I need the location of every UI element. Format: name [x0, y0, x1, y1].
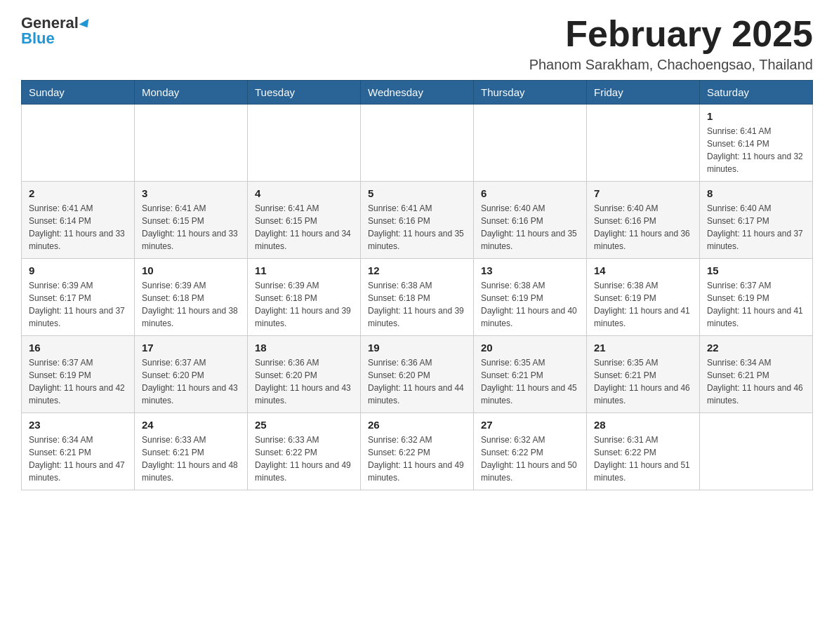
day-number: 18	[255, 342, 353, 354]
day-info: Sunrise: 6:38 AMSunset: 6:19 PMDaylight:…	[481, 279, 579, 330]
day-info: Sunrise: 6:41 AMSunset: 6:14 PMDaylight:…	[29, 202, 127, 253]
day-number: 8	[707, 187, 805, 199]
day-number: 11	[255, 264, 353, 276]
calendar-cell	[248, 105, 361, 182]
day-number: 20	[481, 342, 579, 354]
calendar-cell: 13Sunrise: 6:38 AMSunset: 6:19 PMDayligh…	[474, 259, 587, 336]
day-number: 1	[707, 110, 805, 122]
calendar-header-row: SundayMondayTuesdayWednesdayThursdayFrid…	[22, 81, 813, 105]
calendar-cell: 12Sunrise: 6:38 AMSunset: 6:18 PMDayligh…	[361, 259, 474, 336]
day-number: 15	[707, 264, 805, 276]
day-number: 19	[368, 342, 466, 354]
day-number: 7	[594, 187, 692, 199]
calendar-cell: 10Sunrise: 6:39 AMSunset: 6:18 PMDayligh…	[135, 259, 248, 336]
day-info: Sunrise: 6:32 AMSunset: 6:22 PMDaylight:…	[481, 434, 579, 484]
day-info: Sunrise: 6:33 AMSunset: 6:22 PMDaylight:…	[255, 434, 353, 484]
calendar-cell: 6Sunrise: 6:40 AMSunset: 6:16 PMDaylight…	[474, 182, 587, 259]
calendar-cell: 18Sunrise: 6:36 AMSunset: 6:20 PMDayligh…	[248, 336, 361, 413]
calendar-cell: 3Sunrise: 6:41 AMSunset: 6:15 PMDaylight…	[135, 182, 248, 259]
calendar-cell: 5Sunrise: 6:41 AMSunset: 6:16 PMDaylight…	[361, 182, 474, 259]
day-number: 4	[255, 187, 353, 199]
day-number: 17	[142, 342, 240, 354]
calendar-cell: 4Sunrise: 6:41 AMSunset: 6:15 PMDaylight…	[248, 182, 361, 259]
day-number: 12	[368, 264, 466, 276]
day-info: Sunrise: 6:37 AMSunset: 6:20 PMDaylight:…	[142, 356, 240, 407]
calendar-cell: 21Sunrise: 6:35 AMSunset: 6:21 PMDayligh…	[587, 336, 700, 413]
day-info: Sunrise: 6:40 AMSunset: 6:17 PMDaylight:…	[707, 202, 805, 253]
calendar-cell	[587, 105, 700, 182]
calendar-cell: 26Sunrise: 6:32 AMSunset: 6:22 PMDayligh…	[361, 413, 474, 490]
calendar-cell: 15Sunrise: 6:37 AMSunset: 6:19 PMDayligh…	[700, 259, 813, 336]
day-info: Sunrise: 6:37 AMSunset: 6:19 PMDaylight:…	[707, 279, 805, 330]
title-area: February 2025 Phanom Sarakham, Chachoeng…	[529, 14, 813, 73]
logo-area: General Blue	[21, 14, 91, 48]
week-row-2: 2Sunrise: 6:41 AMSunset: 6:14 PMDaylight…	[22, 182, 813, 259]
day-number: 24	[142, 419, 240, 431]
calendar-cell: 17Sunrise: 6:37 AMSunset: 6:20 PMDayligh…	[135, 336, 248, 413]
calendar-cell: 1Sunrise: 6:41 AMSunset: 6:14 PMDaylight…	[700, 105, 813, 182]
day-number: 14	[594, 264, 692, 276]
day-info: Sunrise: 6:40 AMSunset: 6:16 PMDaylight:…	[481, 202, 579, 253]
day-info: Sunrise: 6:41 AMSunset: 6:16 PMDaylight:…	[368, 202, 466, 253]
day-info: Sunrise: 6:38 AMSunset: 6:19 PMDaylight:…	[594, 279, 692, 330]
header-wednesday: Wednesday	[361, 81, 474, 105]
calendar-cell: 8Sunrise: 6:40 AMSunset: 6:17 PMDaylight…	[700, 182, 813, 259]
day-number: 16	[29, 342, 127, 354]
calendar-cell: 2Sunrise: 6:41 AMSunset: 6:14 PMDaylight…	[22, 182, 135, 259]
day-info: Sunrise: 6:39 AMSunset: 6:17 PMDaylight:…	[29, 279, 127, 330]
day-info: Sunrise: 6:31 AMSunset: 6:22 PMDaylight:…	[594, 434, 692, 484]
calendar-cell: 14Sunrise: 6:38 AMSunset: 6:19 PMDayligh…	[587, 259, 700, 336]
day-number: 28	[594, 419, 692, 431]
calendar-cell	[135, 105, 248, 182]
day-info: Sunrise: 6:38 AMSunset: 6:18 PMDaylight:…	[368, 279, 466, 330]
logo-arrow-icon	[79, 19, 93, 31]
day-info: Sunrise: 6:34 AMSunset: 6:21 PMDaylight:…	[707, 356, 805, 407]
header-friday: Friday	[587, 81, 700, 105]
day-number: 10	[142, 264, 240, 276]
day-info: Sunrise: 6:36 AMSunset: 6:20 PMDaylight:…	[255, 356, 353, 407]
week-row-4: 16Sunrise: 6:37 AMSunset: 6:19 PMDayligh…	[22, 336, 813, 413]
calendar-cell: 20Sunrise: 6:35 AMSunset: 6:21 PMDayligh…	[474, 336, 587, 413]
week-row-1: 1Sunrise: 6:41 AMSunset: 6:14 PMDaylight…	[22, 105, 813, 182]
week-row-3: 9Sunrise: 6:39 AMSunset: 6:17 PMDaylight…	[22, 259, 813, 336]
calendar-cell	[361, 105, 474, 182]
day-number: 2	[29, 187, 127, 199]
header-tuesday: Tuesday	[248, 81, 361, 105]
day-info: Sunrise: 6:37 AMSunset: 6:19 PMDaylight:…	[29, 356, 127, 407]
day-number: 6	[481, 187, 579, 199]
day-info: Sunrise: 6:41 AMSunset: 6:15 PMDaylight:…	[142, 202, 240, 253]
day-number: 3	[142, 187, 240, 199]
day-info: Sunrise: 6:41 AMSunset: 6:14 PMDaylight:…	[707, 125, 805, 175]
day-info: Sunrise: 6:39 AMSunset: 6:18 PMDaylight:…	[255, 279, 353, 330]
header-sunday: Sunday	[22, 81, 135, 105]
calendar-cell: 19Sunrise: 6:36 AMSunset: 6:20 PMDayligh…	[361, 336, 474, 413]
day-info: Sunrise: 6:32 AMSunset: 6:22 PMDaylight:…	[368, 434, 466, 484]
calendar-cell: 25Sunrise: 6:33 AMSunset: 6:22 PMDayligh…	[248, 413, 361, 490]
day-info: Sunrise: 6:41 AMSunset: 6:15 PMDaylight:…	[255, 202, 353, 253]
calendar-cell: 9Sunrise: 6:39 AMSunset: 6:17 PMDaylight…	[22, 259, 135, 336]
calendar-cell	[700, 413, 813, 490]
calendar-cell: 7Sunrise: 6:40 AMSunset: 6:16 PMDaylight…	[587, 182, 700, 259]
day-info: Sunrise: 6:40 AMSunset: 6:16 PMDaylight:…	[594, 202, 692, 253]
header: General Blue February 2025 Phanom Sarakh…	[21, 14, 813, 73]
day-info: Sunrise: 6:35 AMSunset: 6:21 PMDaylight:…	[481, 356, 579, 407]
location-subtitle: Phanom Sarakham, Chachoengsao, Thailand	[529, 57, 813, 73]
week-row-5: 23Sunrise: 6:34 AMSunset: 6:21 PMDayligh…	[22, 413, 813, 490]
header-thursday: Thursday	[474, 81, 587, 105]
calendar-table: SundayMondayTuesdayWednesdayThursdayFrid…	[21, 80, 813, 490]
calendar-cell	[474, 105, 587, 182]
day-number: 21	[594, 342, 692, 354]
calendar-cell: 24Sunrise: 6:33 AMSunset: 6:21 PMDayligh…	[135, 413, 248, 490]
day-number: 22	[707, 342, 805, 354]
day-info: Sunrise: 6:36 AMSunset: 6:20 PMDaylight:…	[368, 356, 466, 407]
day-number: 25	[255, 419, 353, 431]
header-monday: Monday	[135, 81, 248, 105]
day-number: 13	[481, 264, 579, 276]
calendar-cell	[22, 105, 135, 182]
day-number: 23	[29, 419, 127, 431]
calendar-cell: 11Sunrise: 6:39 AMSunset: 6:18 PMDayligh…	[248, 259, 361, 336]
day-info: Sunrise: 6:39 AMSunset: 6:18 PMDaylight:…	[142, 279, 240, 330]
calendar-cell: 23Sunrise: 6:34 AMSunset: 6:21 PMDayligh…	[22, 413, 135, 490]
logo-blue: Blue	[21, 29, 55, 48]
calendar-cell: 16Sunrise: 6:37 AMSunset: 6:19 PMDayligh…	[22, 336, 135, 413]
